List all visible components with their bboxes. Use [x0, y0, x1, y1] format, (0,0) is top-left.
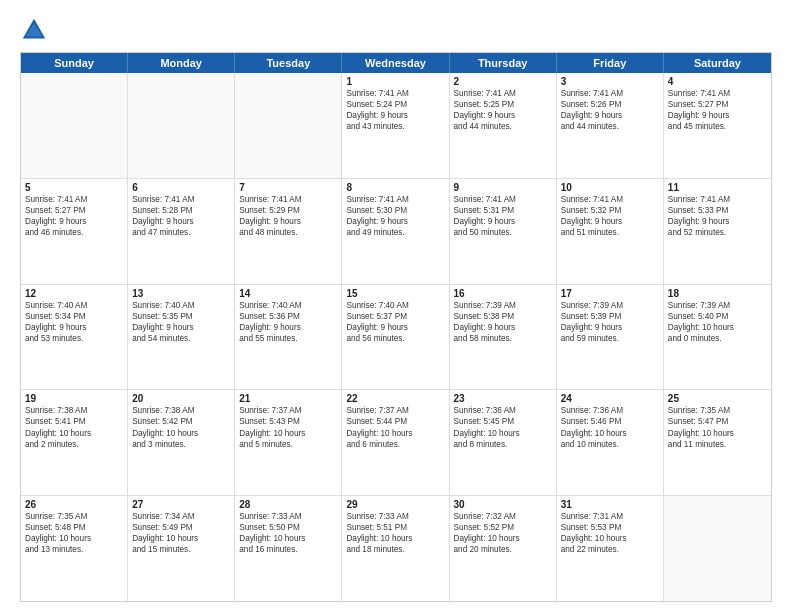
day-info: Sunrise: 7:39 AM Sunset: 5:39 PM Dayligh… — [561, 300, 659, 344]
day-info: Sunrise: 7:41 AM Sunset: 5:29 PM Dayligh… — [239, 194, 337, 238]
day-number: 22 — [346, 393, 444, 404]
day-cell: 27Sunrise: 7:34 AM Sunset: 5:49 PM Dayli… — [128, 496, 235, 601]
day-info: Sunrise: 7:41 AM Sunset: 5:27 PM Dayligh… — [668, 88, 767, 132]
day-cell — [235, 73, 342, 178]
day-number: 3 — [561, 76, 659, 87]
day-cell: 8Sunrise: 7:41 AM Sunset: 5:30 PM Daylig… — [342, 179, 449, 284]
day-info: Sunrise: 7:35 AM Sunset: 5:47 PM Dayligh… — [668, 405, 767, 449]
day-number: 29 — [346, 499, 444, 510]
day-info: Sunrise: 7:40 AM Sunset: 5:36 PM Dayligh… — [239, 300, 337, 344]
day-cell: 7Sunrise: 7:41 AM Sunset: 5:29 PM Daylig… — [235, 179, 342, 284]
day-header-monday: Monday — [128, 53, 235, 73]
day-cell: 13Sunrise: 7:40 AM Sunset: 5:35 PM Dayli… — [128, 285, 235, 390]
day-info: Sunrise: 7:41 AM Sunset: 5:24 PM Dayligh… — [346, 88, 444, 132]
day-number: 26 — [25, 499, 123, 510]
day-number: 20 — [132, 393, 230, 404]
day-number: 10 — [561, 182, 659, 193]
week-row-5: 26Sunrise: 7:35 AM Sunset: 5:48 PM Dayli… — [21, 496, 771, 601]
day-cell: 2Sunrise: 7:41 AM Sunset: 5:25 PM Daylig… — [450, 73, 557, 178]
logo — [20, 16, 52, 44]
day-number: 23 — [454, 393, 552, 404]
day-cell: 5Sunrise: 7:41 AM Sunset: 5:27 PM Daylig… — [21, 179, 128, 284]
day-info: Sunrise: 7:40 AM Sunset: 5:37 PM Dayligh… — [346, 300, 444, 344]
day-cell: 15Sunrise: 7:40 AM Sunset: 5:37 PM Dayli… — [342, 285, 449, 390]
calendar-body: 1Sunrise: 7:41 AM Sunset: 5:24 PM Daylig… — [21, 73, 771, 601]
day-number: 1 — [346, 76, 444, 87]
day-cell: 3Sunrise: 7:41 AM Sunset: 5:26 PM Daylig… — [557, 73, 664, 178]
day-info: Sunrise: 7:41 AM Sunset: 5:31 PM Dayligh… — [454, 194, 552, 238]
day-info: Sunrise: 7:38 AM Sunset: 5:42 PM Dayligh… — [132, 405, 230, 449]
day-info: Sunrise: 7:38 AM Sunset: 5:41 PM Dayligh… — [25, 405, 123, 449]
header — [20, 16, 772, 44]
day-cell: 30Sunrise: 7:32 AM Sunset: 5:52 PM Dayli… — [450, 496, 557, 601]
day-info: Sunrise: 7:39 AM Sunset: 5:40 PM Dayligh… — [668, 300, 767, 344]
day-cell: 18Sunrise: 7:39 AM Sunset: 5:40 PM Dayli… — [664, 285, 771, 390]
day-cell: 31Sunrise: 7:31 AM Sunset: 5:53 PM Dayli… — [557, 496, 664, 601]
day-cell: 25Sunrise: 7:35 AM Sunset: 5:47 PM Dayli… — [664, 390, 771, 495]
day-cell: 17Sunrise: 7:39 AM Sunset: 5:39 PM Dayli… — [557, 285, 664, 390]
day-info: Sunrise: 7:36 AM Sunset: 5:45 PM Dayligh… — [454, 405, 552, 449]
day-number: 16 — [454, 288, 552, 299]
day-info: Sunrise: 7:39 AM Sunset: 5:38 PM Dayligh… — [454, 300, 552, 344]
day-info: Sunrise: 7:32 AM Sunset: 5:52 PM Dayligh… — [454, 511, 552, 555]
day-number: 2 — [454, 76, 552, 87]
day-number: 24 — [561, 393, 659, 404]
day-cell: 16Sunrise: 7:39 AM Sunset: 5:38 PM Dayli… — [450, 285, 557, 390]
day-cell: 9Sunrise: 7:41 AM Sunset: 5:31 PM Daylig… — [450, 179, 557, 284]
day-info: Sunrise: 7:41 AM Sunset: 5:27 PM Dayligh… — [25, 194, 123, 238]
day-number: 15 — [346, 288, 444, 299]
day-cell: 22Sunrise: 7:37 AM Sunset: 5:44 PM Dayli… — [342, 390, 449, 495]
day-cell: 21Sunrise: 7:37 AM Sunset: 5:43 PM Dayli… — [235, 390, 342, 495]
day-info: Sunrise: 7:41 AM Sunset: 5:25 PM Dayligh… — [454, 88, 552, 132]
day-cell: 24Sunrise: 7:36 AM Sunset: 5:46 PM Dayli… — [557, 390, 664, 495]
day-info: Sunrise: 7:40 AM Sunset: 5:34 PM Dayligh… — [25, 300, 123, 344]
day-info: Sunrise: 7:40 AM Sunset: 5:35 PM Dayligh… — [132, 300, 230, 344]
day-number: 19 — [25, 393, 123, 404]
day-info: Sunrise: 7:31 AM Sunset: 5:53 PM Dayligh… — [561, 511, 659, 555]
day-info: Sunrise: 7:36 AM Sunset: 5:46 PM Dayligh… — [561, 405, 659, 449]
day-cell: 29Sunrise: 7:33 AM Sunset: 5:51 PM Dayli… — [342, 496, 449, 601]
day-cell: 6Sunrise: 7:41 AM Sunset: 5:28 PM Daylig… — [128, 179, 235, 284]
day-cell — [128, 73, 235, 178]
day-info: Sunrise: 7:41 AM Sunset: 5:30 PM Dayligh… — [346, 194, 444, 238]
day-header-tuesday: Tuesday — [235, 53, 342, 73]
day-info: Sunrise: 7:33 AM Sunset: 5:51 PM Dayligh… — [346, 511, 444, 555]
day-number: 21 — [239, 393, 337, 404]
day-info: Sunrise: 7:37 AM Sunset: 5:43 PM Dayligh… — [239, 405, 337, 449]
calendar: SundayMondayTuesdayWednesdayThursdayFrid… — [20, 52, 772, 602]
day-header-wednesday: Wednesday — [342, 53, 449, 73]
day-info: Sunrise: 7:41 AM Sunset: 5:28 PM Dayligh… — [132, 194, 230, 238]
day-info: Sunrise: 7:41 AM Sunset: 5:26 PM Dayligh… — [561, 88, 659, 132]
day-cell: 26Sunrise: 7:35 AM Sunset: 5:48 PM Dayli… — [21, 496, 128, 601]
day-number: 8 — [346, 182, 444, 193]
day-header-saturday: Saturday — [664, 53, 771, 73]
day-number: 28 — [239, 499, 337, 510]
day-cell: 11Sunrise: 7:41 AM Sunset: 5:33 PM Dayli… — [664, 179, 771, 284]
page: SundayMondayTuesdayWednesdayThursdayFrid… — [0, 0, 792, 612]
day-info: Sunrise: 7:34 AM Sunset: 5:49 PM Dayligh… — [132, 511, 230, 555]
day-number: 27 — [132, 499, 230, 510]
day-number: 30 — [454, 499, 552, 510]
day-cell: 12Sunrise: 7:40 AM Sunset: 5:34 PM Dayli… — [21, 285, 128, 390]
day-cell: 23Sunrise: 7:36 AM Sunset: 5:45 PM Dayli… — [450, 390, 557, 495]
day-header-friday: Friday — [557, 53, 664, 73]
day-cell: 1Sunrise: 7:41 AM Sunset: 5:24 PM Daylig… — [342, 73, 449, 178]
week-row-1: 1Sunrise: 7:41 AM Sunset: 5:24 PM Daylig… — [21, 73, 771, 179]
day-headers: SundayMondayTuesdayWednesdayThursdayFrid… — [21, 53, 771, 73]
day-cell: 14Sunrise: 7:40 AM Sunset: 5:36 PM Dayli… — [235, 285, 342, 390]
day-number: 18 — [668, 288, 767, 299]
day-number: 12 — [25, 288, 123, 299]
day-number: 4 — [668, 76, 767, 87]
day-number: 7 — [239, 182, 337, 193]
day-info: Sunrise: 7:41 AM Sunset: 5:32 PM Dayligh… — [561, 194, 659, 238]
week-row-4: 19Sunrise: 7:38 AM Sunset: 5:41 PM Dayli… — [21, 390, 771, 496]
week-row-2: 5Sunrise: 7:41 AM Sunset: 5:27 PM Daylig… — [21, 179, 771, 285]
day-info: Sunrise: 7:33 AM Sunset: 5:50 PM Dayligh… — [239, 511, 337, 555]
day-cell: 20Sunrise: 7:38 AM Sunset: 5:42 PM Dayli… — [128, 390, 235, 495]
day-cell: 4Sunrise: 7:41 AM Sunset: 5:27 PM Daylig… — [664, 73, 771, 178]
day-header-sunday: Sunday — [21, 53, 128, 73]
day-cell — [21, 73, 128, 178]
day-info: Sunrise: 7:37 AM Sunset: 5:44 PM Dayligh… — [346, 405, 444, 449]
day-cell — [664, 496, 771, 601]
day-number: 14 — [239, 288, 337, 299]
